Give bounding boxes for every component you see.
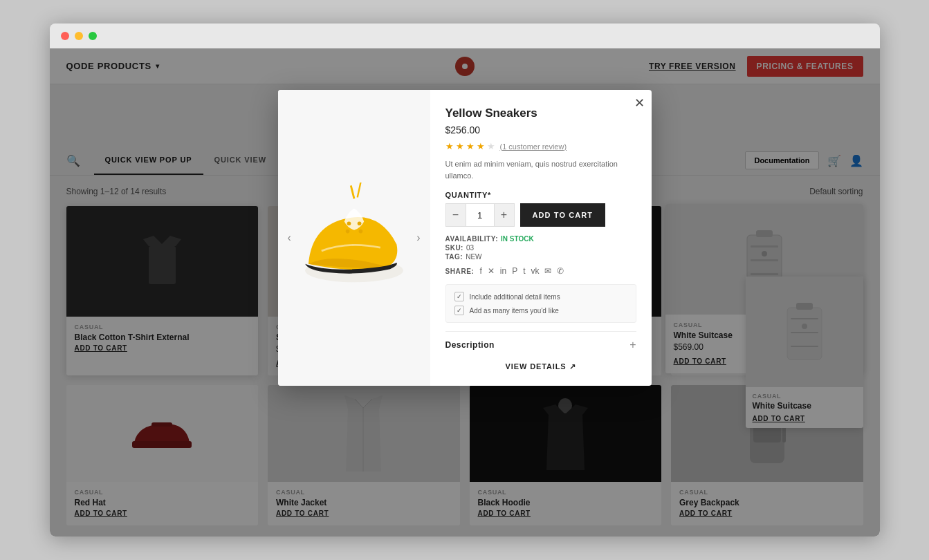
svg-point-25 [347,221,351,225]
upsell-box: ✓ Include additional detail items ✓ Add … [445,284,636,323]
view-details-button[interactable]: VIEW DETAILS ↗ [506,362,576,371]
email-icon[interactable]: ✉ [544,266,551,276]
upsell-item-1: ✓ Include additional detail items [454,292,627,301]
star-1: ★ [445,141,454,151]
linkedin-icon[interactable]: in [500,266,506,276]
browser-dot-red[interactable] [61,32,69,40]
modal-close-button[interactable]: ✕ [634,97,645,109]
svg-point-27 [345,230,349,234]
star-5: ★ [487,141,495,151]
share-row: SHARE: f ✕ in P t vk ✉ ✆ [445,266,636,276]
pinterest-icon[interactable]: P [512,266,517,276]
sku-value: 03 [466,244,474,252]
modal-product-image [295,179,413,297]
review-count[interactable]: (1 customer review) [500,142,567,151]
upsell-checkbox-2[interactable]: ✓ [454,306,464,315]
description-toggle-button[interactable]: Description + [445,339,636,351]
twitter-icon[interactable]: ✕ [488,266,495,276]
add-to-cart-button[interactable]: ADD TO CART [520,203,606,227]
description-expand-icon: + [629,339,636,351]
view-details-row: VIEW DETAILS ↗ [445,351,636,372]
upsell-label-2: Add as many items you'd like [470,307,559,315]
vk-icon[interactable]: vk [531,266,539,276]
availability-row: AVAILABILITY: IN STOCK [445,235,636,243]
svg-point-26 [357,221,361,225]
site-wrapper: QODE PRODUCTS ▾ TRY FREE VERSION PRICING… [50,48,880,536]
browser-chrome [50,24,880,48]
upsell-item-2: ✓ Add as many items you'd like [454,306,627,315]
description-section: Description + [445,331,636,351]
upsell-checkbox-1[interactable]: ✓ [454,292,464,301]
modal-prev-button[interactable]: ‹ [282,229,297,247]
modal-overlay[interactable]: ✕ ‹ [50,48,880,536]
share-label: SHARE: [445,268,475,275]
view-details-arrow-icon: ↗ [569,362,576,371]
star-rating: ★ ★ ★ ★ ★ (1 customer review) [445,141,636,151]
tag-value: NEW [466,253,481,261]
sku-row: SKU: 03 [445,244,636,252]
tag-row: TAG: NEW [445,253,636,261]
modal-image-pane: ‹ [278,90,430,386]
sku-label: SKU: [445,244,463,252]
availability-value: IN STOCK [501,235,534,243]
modal-product-name: Yellow Sneakers [445,106,636,120]
availability-label: AVAILABILITY: [445,235,499,243]
quantity-label: Quantity* [445,191,636,199]
star-3: ★ [466,141,475,151]
modal-next-button[interactable]: › [411,229,425,247]
tag-label: TAG: [445,253,463,261]
svg-line-22 [351,185,354,198]
facebook-icon[interactable]: f [479,266,481,276]
whatsapp-icon[interactable]: ✆ [557,266,564,276]
modal-product-price: $256.00 [445,124,636,136]
upsell-label-1: Include additional detail items [470,293,560,301]
tumblr-icon[interactable]: t [523,266,525,276]
quantity-input[interactable] [466,203,494,227]
quantity-decrease-button[interactable]: − [445,203,466,227]
browser-window: QODE PRODUCTS ▾ TRY FREE VERSION PRICING… [50,24,880,536]
description-title: Description [445,340,495,350]
modal-description: Ut enim ad minim veniam, quis nostrud ex… [445,158,636,181]
quick-view-modal: ✕ ‹ [278,90,652,386]
modal-content-pane: Yellow Sneakers $256.00 ★ ★ ★ ★ ★ (1 cus… [430,90,652,386]
quantity-increase-button[interactable]: + [494,203,515,227]
browser-dot-yellow[interactable] [75,32,83,40]
svg-point-28 [358,230,362,234]
star-2: ★ [456,141,464,151]
quantity-row: − + ADD TO CART [445,203,636,227]
browser-dot-green[interactable] [89,32,97,40]
star-4: ★ [477,141,485,151]
svg-line-23 [357,183,360,197]
